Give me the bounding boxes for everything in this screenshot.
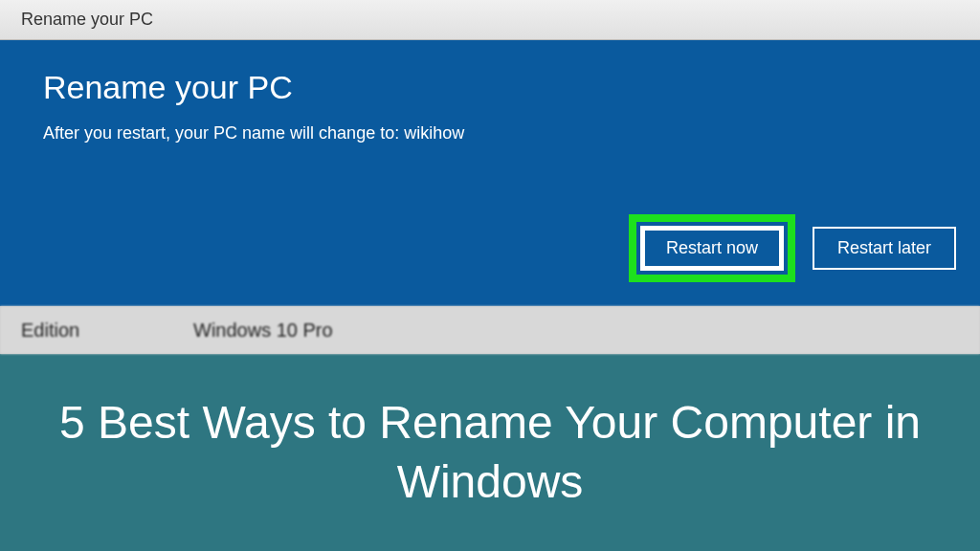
dialog-body: Rename your PC After you restart, your P… [0, 40, 980, 306]
window-titlebar: Rename your PC [0, 0, 980, 40]
highlight-annotation: Restart now [629, 214, 795, 282]
screenshot-region: Rename your PC Rename your PC After you … [0, 0, 980, 354]
restart-later-button[interactable]: Restart later [813, 227, 956, 270]
restart-now-button[interactable]: Restart now [640, 226, 784, 271]
article-banner: 5 Best Ways to Rename Your Computer in W… [0, 354, 980, 551]
dialog-button-row: Restart now Restart later [629, 214, 956, 282]
edition-label: Edition [21, 320, 193, 342]
banner-headline: 5 Best Ways to Rename Your Computer in W… [57, 393, 923, 513]
window-title: Rename your PC [21, 10, 153, 30]
dialog-message: After you restart, your PC name will cha… [43, 123, 937, 143]
system-info-row: Edition Windows 10 Pro [0, 306, 980, 354]
dialog-title: Rename your PC [43, 69, 937, 106]
edition-value: Windows 10 Pro [193, 320, 333, 342]
